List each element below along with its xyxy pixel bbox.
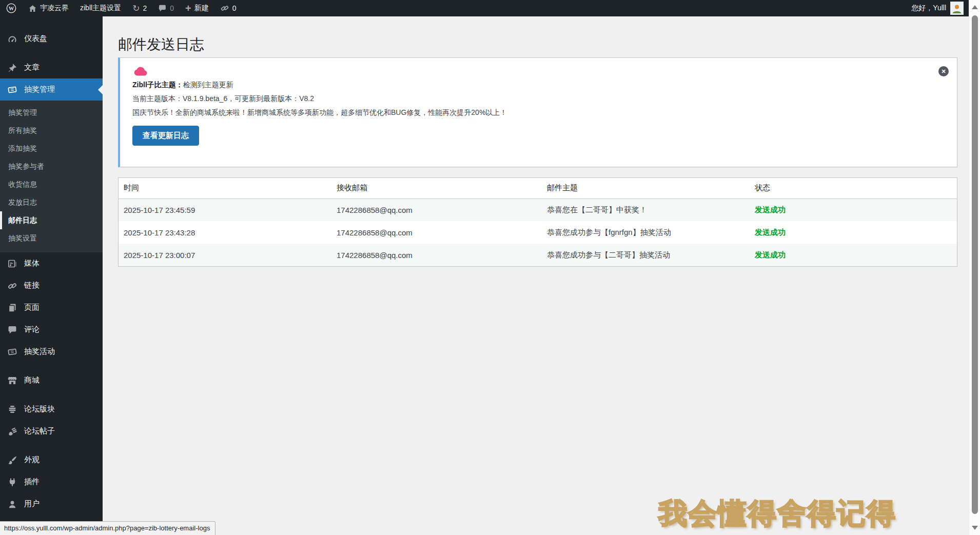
submenu-shipping-info[interactable]: 收货信息 — [0, 175, 103, 193]
sidebar-item-users[interactable]: 用户 — [0, 493, 103, 515]
sidebar-label: 抽奖活动 — [24, 347, 55, 356]
status-badge: 发送成功 — [750, 199, 957, 221]
sidebar-item-media[interactable]: 媒体 — [0, 252, 103, 274]
submenu-lottery-manage[interactable]: 抽奖管理 — [0, 104, 103, 122]
submenu-lottery-settings[interactable]: 抽奖设置 — [0, 229, 103, 247]
email-log-table: 时间 接收邮箱 邮件主题 状态 2025-10-17 23:45:59 1742… — [118, 177, 957, 267]
sidebar-item-forum-sections[interactable]: 论坛版块 — [0, 398, 103, 420]
page-title: 邮件发送日志 — [118, 35, 204, 54]
sidebar-item-shop[interactable]: 商城 — [0, 369, 103, 391]
comment-bubble-icon — [7, 325, 18, 335]
scroll-down-arrow[interactable] — [972, 526, 978, 530]
admin-bar: W 宇凌云界 zibll主题设置 ↻ 2 0 + 新建 0 您好，Yulll — [0, 0, 969, 16]
scrollbar-thumb[interactable] — [972, 15, 978, 514]
page-scrollbar[interactable] — [969, 0, 980, 535]
updates-icon: ↻ — [132, 4, 140, 13]
wordpress-icon: W — [6, 3, 17, 14]
cell-email: 1742286858@qq.com — [331, 244, 542, 266]
cell-email: 1742286858@qq.com — [331, 199, 542, 221]
links-counter[interactable]: 0 — [214, 0, 242, 16]
table-row: 2025-10-17 23:43:28 1742286858@qq.com 恭喜… — [119, 221, 957, 244]
theme-settings-link[interactable]: zibll主题设置 — [74, 0, 127, 16]
sidebar-item-dashboard[interactable]: 仪表盘 — [0, 28, 103, 50]
chain-icon — [7, 281, 18, 291]
sidebar-label: 页面 — [24, 303, 40, 312]
cell-time: 2025-10-17 23:43:28 — [119, 221, 331, 244]
watermark-text: 我会懂得舍得记得 — [658, 494, 896, 533]
sidebar-item-forum-posts[interactable]: 论坛帖子 — [0, 420, 103, 442]
pages-icon — [7, 303, 18, 313]
updates-link[interactable]: ↻ 2 — [127, 0, 152, 16]
sidebar-label: 抽奖管理 — [24, 85, 55, 94]
cell-email: 1742286858@qq.com — [331, 221, 542, 244]
theme-update-notice: Zibll子比主题：检测到主题更新 当前主题版本：V8.1.9.beta_6，可… — [118, 57, 957, 167]
comment-count: 0 — [170, 4, 174, 12]
col-header-subject: 邮件主题 — [542, 178, 750, 199]
update-count: 2 — [143, 4, 147, 12]
notice-title-rest: 检测到主题更新 — [183, 81, 233, 89]
new-content-link[interactable]: + 新建 — [180, 0, 214, 16]
sidebar-label: 论坛帖子 — [24, 426, 55, 436]
sidebar-label: 插件 — [24, 477, 40, 487]
theme-settings-label: zibll主题设置 — [80, 4, 121, 13]
scroll-up-arrow[interactable] — [972, 5, 978, 9]
admin-sidebar: 仪表盘 文章 抽奖管理 抽奖管理 所有抽奖 添加抽奖 抽奖参与者 收货信息 发放… — [0, 16, 103, 535]
ticket-icon — [7, 347, 18, 357]
link-count: 0 — [232, 4, 237, 12]
dismiss-notice-icon[interactable]: ✕ — [938, 66, 949, 76]
site-name: 宇凌云界 — [40, 4, 69, 13]
avatar[interactable] — [950, 2, 964, 15]
submenu-participants[interactable]: 抽奖参与者 — [0, 157, 103, 175]
sidebar-item-pages[interactable]: 页面 — [0, 296, 103, 319]
cloud-icon — [133, 66, 148, 76]
sidebar-item-lottery-activity[interactable]: 抽奖活动 — [0, 341, 103, 363]
sidebar-label: 用户 — [24, 499, 40, 509]
comments-link[interactable]: 0 — [152, 0, 180, 16]
sidebar-item-lottery-manage[interactable]: 抽奖管理 — [0, 78, 103, 101]
notice-version-line: 当前主题版本：V8.1.9.beta_6，可更新到最新版本：V8.2 — [132, 94, 931, 104]
notice-title-line: Zibll子比主题：检测到主题更新 — [132, 81, 931, 90]
lottery-submenu: 抽奖管理 所有抽奖 添加抽奖 抽奖参与者 收货信息 发放日志 邮件日志 抽奖设置 — [0, 101, 103, 252]
user-icon — [7, 499, 18, 509]
plug-icon — [7, 477, 18, 487]
new-label: 新建 — [194, 4, 209, 13]
svg-text:W: W — [9, 6, 14, 11]
pushpin-icon — [7, 63, 18, 73]
table-row: 2025-10-17 23:00:07 1742286858@qq.com 恭喜… — [119, 244, 957, 266]
site-name-link[interactable]: 宇凌云界 — [23, 0, 74, 16]
sidebar-label: 文章 — [24, 63, 40, 72]
comments-icon — [158, 4, 167, 13]
sidebar-item-comments[interactable]: 评论 — [0, 319, 103, 341]
plus-icon: + — [185, 3, 191, 13]
sidebar-label: 论坛版块 — [24, 404, 55, 414]
sidebar-label: 商城 — [24, 375, 40, 385]
sidebar-label: 链接 — [24, 281, 40, 290]
submenu-add-lottery[interactable]: 添加抽奖 — [0, 140, 103, 157]
user-greeting[interactable]: 您好，Yulll — [911, 4, 946, 13]
browser-status-bar: https://oss.yulll.com/wp-admin/admin.php… — [0, 521, 215, 535]
sidebar-label: 评论 — [24, 325, 40, 334]
submenu-issue-logs[interactable]: 发放日志 — [0, 193, 103, 211]
submenu-all-lotteries[interactable]: 所有抽奖 — [0, 122, 103, 140]
notice-promo-line: 国庆节快乐！全新的商城系统来啦！新增商城系统等多项新功能，超多细节优化和BUG修… — [132, 108, 931, 117]
sidebar-item-posts[interactable]: 文章 — [0, 56, 103, 78]
dashboard-icon — [7, 34, 18, 44]
wordpress-logo[interactable]: W — [0, 0, 23, 16]
sidebar-item-plugins[interactable]: 插件 — [0, 471, 103, 493]
notice-theme-name: Zibll子比主题： — [132, 81, 183, 89]
cell-subject: 恭喜您在【二哥哥】中获奖！ — [542, 199, 750, 221]
cell-time: 2025-10-17 23:45:59 — [119, 199, 331, 221]
forum-stack-icon — [7, 404, 18, 414]
sidebar-label: 外观 — [24, 455, 40, 465]
avatar-image — [951, 2, 963, 14]
col-header-time: 时间 — [119, 178, 331, 199]
submenu-email-logs[interactable]: 邮件日志 — [0, 211, 103, 229]
home-icon — [28, 4, 37, 13]
col-header-email: 接收邮箱 — [331, 178, 542, 199]
cell-time: 2025-10-17 23:00:07 — [119, 244, 331, 266]
sidebar-item-appearance[interactable]: 外观 — [0, 449, 103, 471]
sidebar-item-links[interactable]: 链接 — [0, 274, 103, 296]
view-changelog-button[interactable]: 查看更新日志 — [132, 126, 199, 146]
cell-subject: 恭喜您成功参与【fgnrfgn】抽奖活动 — [542, 221, 750, 244]
paintbrush-icon — [7, 455, 18, 465]
